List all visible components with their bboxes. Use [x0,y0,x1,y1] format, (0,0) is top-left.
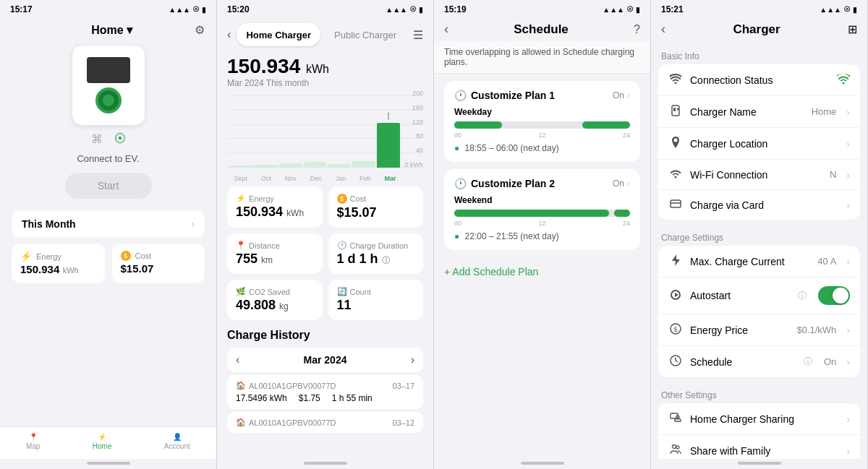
bar-dec [304,162,327,168]
cost-label: Cost [135,251,152,260]
nav-home[interactable]: ⚡ Home [93,433,112,450]
card-icon [668,199,683,211]
m-cost-icon: $ [337,194,347,204]
connect-label: Connect to EV. [77,153,139,164]
prev-month-btn[interactable]: ‹ [236,353,239,366]
battery-icon-4: ▮ [853,6,857,14]
row-wifi-connection[interactable]: Wi-Fi Connection N › [658,160,860,190]
row-max-current[interactable]: Max. Charge Current 40 A › [658,246,860,277]
autostart-icon [668,289,683,303]
row-charger-name[interactable]: Charger Name Home › [658,96,860,128]
history-row-2[interactable]: 🏠 AL0010A1GPBV00077D 03–12 [227,412,423,433]
row-schedule[interactable]: Schedule ⓘ On › [658,346,860,377]
start-button[interactable]: Start [65,173,152,199]
tab-public-charger[interactable]: Public Charger [323,23,407,46]
this-month-chevron: › [191,218,195,231]
home-indicator-2 [304,462,347,465]
plan2-clock-icon: 🕐 [454,178,467,189]
bar-oct [255,165,278,168]
energy-label: Energy [36,252,61,261]
schedule-label: Schedule [690,356,796,368]
autostart-label: Autostart [690,290,791,301]
settings-icon[interactable]: ⚙ [195,23,205,37]
plan-2-card[interactable]: 🕐 Customize Plan 2 On › Weekend 00 12 24… [444,169,640,250]
history-nav[interactable]: ‹ Mar 2024 › [227,348,423,372]
row-connection-status[interactable]: Connection Status [658,64,860,96]
duration-help-icon: ⓘ [382,256,390,264]
add-plan-button[interactable]: + Add Schedule Plan [444,257,640,286]
row-autostart[interactable]: Autostart ⓘ [658,277,860,314]
m-dur-icon: 🕐 [337,241,347,250]
list-icon[interactable]: ☰ [413,28,423,42]
family-icon [668,444,683,457]
max-current-value: 40 A [817,256,836,267]
signal-icon-3: ▲▲▲ [603,6,624,14]
row-share-family[interactable]: Share with Family › [658,435,860,459]
panel-charger-settings: 15:21 ▲▲▲ ⦾ ▮ ‹ Charger ⊞ Basic Info Con… [651,0,868,469]
plan1-weekday-bar [454,121,630,129]
bolt-icon [668,254,683,268]
status-icons-1: ▲▲▲ ⦾ ▮ [169,5,206,14]
schedule-value: On [824,356,836,367]
this-month-label: This Month [22,218,76,230]
row-charge-card[interactable]: Charge via Card › [658,190,860,220]
battery-icon-2: ▮ [419,6,423,14]
back-arrow-2[interactable]: ‹ [227,28,231,41]
home-title[interactable]: Home ▾ [91,23,132,37]
plan2-chevron: › [627,178,630,189]
energy-display: 150.934 kWh Mar 2024 This month [227,55,423,88]
back-arrow-4[interactable]: ‹ [661,22,665,37]
dropdown-icon: ▾ [127,23,132,37]
status-icons-3: ▲▲▲ ⦾ ▮ [603,5,640,14]
plan1-clock-icon: 🕐 [454,90,467,101]
charger-sharing-chevron: › [846,413,850,425]
this-month-row[interactable]: This Month › [12,210,205,238]
stat-cost: $ Cost $15.07 [112,244,205,283]
battery-icon-1: ▮ [202,6,206,14]
back-arrow-3[interactable]: ‹ [444,22,448,37]
help-icon-3[interactable]: ? [634,23,640,36]
plan-1-card[interactable]: 🕐 Customize Plan 1 On › Weekday 00 12 24… [444,81,640,162]
tab-home-charger[interactable]: Home Charger [237,23,320,46]
connection-status-label: Connection Status [690,74,830,86]
row-charger-sharing[interactable]: Home Charger Sharing › [658,403,860,435]
energy-price-label: Energy Price [690,324,789,336]
time-4: 15:21 [661,4,684,14]
hist-dur-1: 1 h 55 min [332,393,373,403]
row-energy-price[interactable]: $ Energy Price $0.1/kWh › [658,314,860,346]
wifi-status-icon-2: ⦾ [410,5,416,14]
wifi-connection-chevron: › [846,169,850,181]
cost-icon: $ [121,251,131,261]
history-row-1[interactable]: 🏠 AL0010A1GPBV00077D 03–17 17.5496 kWh $… [227,375,423,409]
home-indicator-4 [738,462,781,465]
schedule-help-icon: ⓘ [804,356,812,368]
plan2-title: Customize Plan 2 [471,178,555,189]
bar-sept [230,165,253,168]
energy-period: Mar 2024 This month [227,78,423,88]
energy-price-value: $0.1/kWh [796,324,836,335]
charger-button [95,87,122,113]
schedule-title: Schedule [514,22,569,37]
price-icon: $ [668,323,683,337]
stat-energy: ⚡ Energy 150.934 kWh [12,244,105,283]
battery-icon-3: ▮ [636,6,640,14]
nav-account[interactable]: 👤 Account [164,433,190,450]
schedule-icon [668,355,683,369]
row-charger-location[interactable]: Charger Location › [658,128,860,160]
m-dist-icon: 📍 [236,241,246,250]
next-month-btn[interactable]: › [411,353,414,366]
grid-icon[interactable]: ⊞ [848,22,857,36]
basic-info-group: Connection Status Charger Name Home › Ch… [658,64,860,220]
plan1-weekday-label: Weekday [454,107,630,117]
plan1-status: On [613,90,624,100]
plan1-title: Customize Plan 1 [471,90,555,101]
svg-text:$: $ [673,326,677,333]
energy-big-value: 150.934 [227,55,300,77]
charger-screen [87,57,130,83]
nav-map[interactable]: 📍 Map [26,433,40,450]
autostart-toggle[interactable] [818,286,850,305]
wifi-status-icon-3: ⦾ [627,5,633,14]
energy-icon: ⚡ [20,251,32,262]
section-basic-info: Basic Info [651,46,867,64]
wifi-status-icon-1: ⦾ [193,5,199,14]
